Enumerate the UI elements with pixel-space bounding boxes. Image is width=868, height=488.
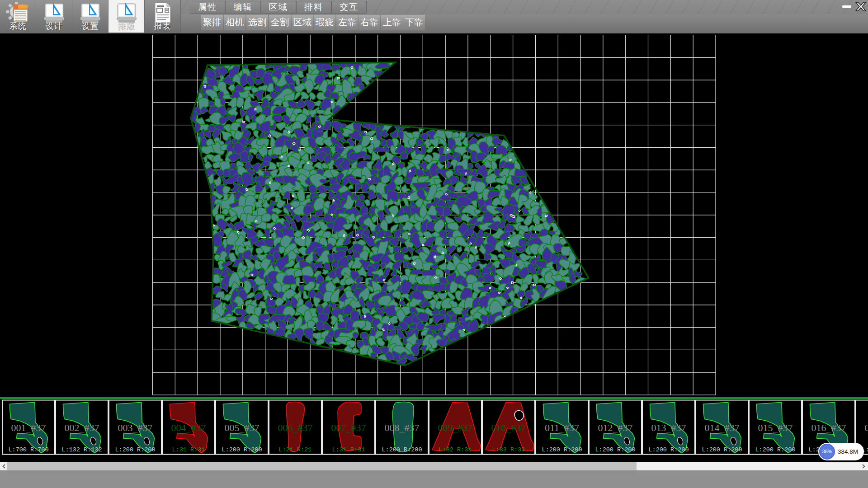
- svg-text:005_#37: 005_#37: [225, 422, 259, 433]
- svg-text:010_#37: 010_#37: [491, 422, 526, 433]
- svg-text:L:31 R:31: L:31 R:31: [332, 446, 365, 453]
- svg-text:L:132 R:132: L:132 R:132: [61, 446, 102, 453]
- svg-text:L:200 R:200: L:200 R:200: [115, 446, 155, 453]
- svg-text:L:33 R:33: L:33 R:33: [492, 446, 525, 453]
- svg-text:014_#37: 014_#37: [705, 422, 740, 433]
- svg-text:006_#37: 006_#37: [278, 422, 313, 433]
- svg-text:002_#37: 002_#37: [65, 422, 99, 433]
- svg-text:017_#37: 017_#37: [865, 422, 868, 433]
- svg-text:L:31 R:31: L:31 R:31: [172, 446, 205, 453]
- svg-text:L:200 R:200: L:200 R:200: [542, 446, 582, 453]
- svg-text:008_#37: 008_#37: [385, 422, 420, 433]
- svg-text:013_#37: 013_#37: [651, 422, 686, 433]
- svg-text:015_#37: 015_#37: [758, 422, 793, 433]
- svg-text:011_#37: 011_#37: [545, 422, 579, 433]
- svg-text:L:200 R:200: L:200 R:200: [382, 446, 422, 453]
- svg-text:L:32 R:31: L:32 R:31: [439, 446, 472, 453]
- svg-text:001_#37: 001_#37: [11, 422, 46, 433]
- svg-text:009_#37: 009_#37: [438, 422, 473, 433]
- svg-text:L:21 R:21: L:21 R:21: [279, 446, 312, 453]
- svg-text:016_#37: 016_#37: [811, 422, 846, 433]
- svg-text:012_#37: 012_#37: [598, 422, 633, 433]
- svg-text:L:200 R:200: L:200 R:200: [702, 446, 742, 453]
- svg-text:L:200 R:200: L:200 R:200: [222, 446, 262, 453]
- svg-text:L:200 R:200: L:200 R:200: [595, 446, 635, 453]
- svg-text:004_#37: 004_#37: [171, 422, 206, 433]
- svg-text:007_#37: 007_#37: [331, 422, 366, 433]
- svg-text:003_#37: 003_#37: [118, 422, 153, 433]
- svg-text:L:200 R:200: L:200 R:200: [648, 446, 689, 453]
- svg-text:L:200 R:200: L:200 R:200: [755, 446, 795, 453]
- svg-text:L:700 R:700: L:700 R:700: [8, 446, 48, 453]
